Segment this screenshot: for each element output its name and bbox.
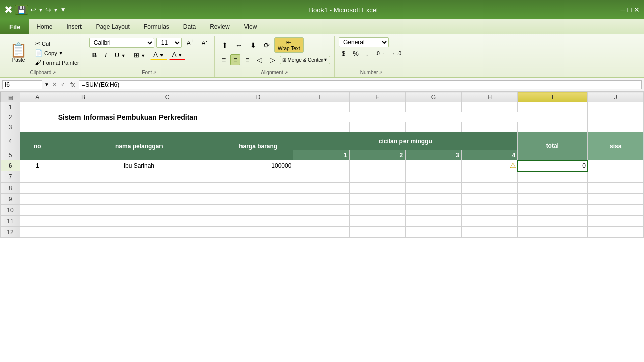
borders-button[interactable]: ⊞ ▼ (131, 50, 149, 60)
insert-menu[interactable]: Insert (59, 19, 89, 34)
cell-F9[interactable] (349, 194, 405, 205)
undo-dropdown-icon[interactable]: ▼ (38, 7, 43, 13)
alignment-expand-icon[interactable]: ↗ (284, 70, 288, 75)
cell-A6[interactable]: 1 (20, 160, 55, 171)
cell-J10[interactable] (588, 205, 644, 216)
cell-H10[interactable] (461, 205, 517, 216)
cell-I8[interactable] (518, 183, 588, 194)
fill-color-button[interactable]: A ▼ (150, 50, 167, 60)
cell-H5[interactable]: 4 (461, 150, 517, 160)
cell-F3[interactable] (349, 122, 405, 132)
cell-H12[interactable] (461, 227, 517, 238)
row-header-2[interactable]: 2 (1, 112, 20, 122)
data-menu[interactable]: Data (176, 19, 203, 34)
cell-B11[interactable] (55, 216, 223, 227)
cell-A8[interactable] (20, 183, 55, 194)
cell-J3[interactable] (588, 122, 644, 132)
cell-E5[interactable]: 1 (293, 150, 349, 160)
cell-J1[interactable] (588, 102, 644, 112)
cell-H3[interactable] (461, 122, 517, 132)
cell-F11[interactable] (349, 216, 405, 227)
cell-G3[interactable] (406, 122, 461, 132)
cell-G8[interactable] (406, 183, 461, 194)
cell-B2[interactable]: Sistem Informasi Pembukuan Perkreditan (55, 112, 588, 122)
col-header-A[interactable]: A (20, 92, 55, 102)
row-header-10[interactable]: 10 (1, 205, 20, 216)
cut-button[interactable]: ✂ Cut (34, 39, 80, 48)
cell-B6[interactable]: Ibu Sarinah (55, 160, 223, 171)
cell-G10[interactable] (406, 205, 461, 216)
align-bottom-button[interactable]: ⬇ (247, 40, 259, 51)
currency-button[interactable]: $ (339, 49, 348, 58)
underline-dropdown-icon[interactable]: ▼ (121, 53, 126, 58)
review-menu[interactable]: Review (203, 19, 236, 34)
maximize-btn[interactable]: □ (628, 6, 632, 14)
cell-F6[interactable] (349, 160, 405, 171)
cell-C1[interactable] (111, 102, 223, 112)
copy-dropdown-icon[interactable]: ▼ (59, 51, 63, 56)
cell-A2[interactable] (20, 112, 55, 122)
cell-D3[interactable] (223, 122, 293, 132)
cell-F5[interactable]: 2 (349, 150, 405, 160)
cell-J6[interactable] (588, 160, 644, 171)
cell-E3[interactable] (293, 122, 349, 132)
format-painter-button[interactable]: 🖌 Format Painter (34, 58, 80, 67)
cell-G11[interactable] (406, 216, 461, 227)
cell-B8[interactable] (55, 183, 223, 194)
row-header-6[interactable]: 6 (1, 160, 20, 171)
col-header-B[interactable]: B (55, 92, 111, 102)
merge-center-button[interactable]: ⊞ Merge & Center ▼ (280, 56, 330, 64)
number-expand-icon[interactable]: ↗ (379, 70, 383, 75)
borders-dropdown-icon[interactable]: ▼ (141, 53, 145, 58)
cell-E10[interactable] (293, 205, 349, 216)
cell-B9[interactable] (55, 194, 223, 205)
font-color-button[interactable]: A ▼ (169, 50, 186, 60)
row-header-9[interactable]: 9 (1, 194, 20, 205)
cell-I3[interactable] (518, 122, 588, 132)
cell-F10[interactable] (349, 205, 405, 216)
cell-G6[interactable] (406, 160, 461, 171)
home-menu[interactable]: Home (29, 19, 59, 34)
cell-D4[interactable]: harga barang (223, 132, 293, 160)
formula-input[interactable] (79, 80, 642, 89)
cell-J7[interactable] (588, 171, 644, 183)
fontcolor-dropdown-icon[interactable]: ▼ (178, 53, 182, 58)
align-right-button[interactable]: ≡ (242, 54, 252, 65)
merge-center-dropdown-icon[interactable]: ▼ (323, 57, 328, 62)
cell-E8[interactable] (293, 183, 349, 194)
select-all-button[interactable]: ▤ (8, 95, 13, 100)
col-header-F[interactable]: F (349, 92, 405, 102)
align-center-button[interactable]: ≡ (230, 54, 240, 65)
col-header-D[interactable]: D (223, 92, 293, 102)
cell-F1[interactable] (349, 102, 405, 112)
redo-icon[interactable]: ↪ (45, 6, 51, 14)
cell-I10[interactable] (518, 205, 588, 216)
italic-button[interactable]: I (102, 50, 110, 60)
cell-F12[interactable] (349, 227, 405, 238)
file-menu[interactable]: File (0, 19, 29, 34)
cell-A12[interactable] (20, 227, 55, 238)
view-menu[interactable]: View (237, 19, 264, 34)
confirm-formula-button[interactable]: ✓ (60, 81, 66, 88)
cell-H9[interactable] (461, 194, 517, 205)
row-header-3[interactable]: 3 (1, 122, 20, 132)
cell-I12[interactable] (518, 227, 588, 238)
cell-G12[interactable] (406, 227, 461, 238)
cell-F7[interactable] (349, 171, 405, 183)
cell-J12[interactable] (588, 227, 644, 238)
cell-E9[interactable] (293, 194, 349, 205)
cell-A10[interactable] (20, 205, 55, 216)
close-btn[interactable]: ✕ (634, 6, 640, 14)
cell-A7[interactable] (20, 171, 55, 183)
font-name-select[interactable]: Calibri (89, 38, 154, 48)
decrease-decimal-button[interactable]: ←.0 (389, 50, 405, 57)
cell-J4[interactable]: sisa (588, 132, 644, 160)
cell-E1[interactable] (293, 102, 349, 112)
cell-D7[interactable] (223, 171, 293, 183)
cell-J8[interactable] (588, 183, 644, 194)
row-header-1[interactable]: 1 (1, 102, 20, 112)
cell-G1[interactable] (406, 102, 461, 112)
cell-H1[interactable] (461, 102, 517, 112)
cell-H7[interactable] (461, 171, 517, 183)
cell-B10[interactable] (55, 205, 223, 216)
